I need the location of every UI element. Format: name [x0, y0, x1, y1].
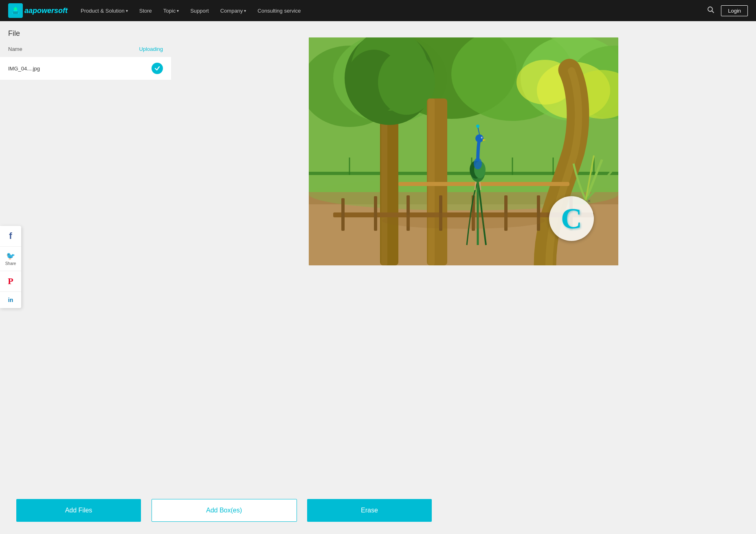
chevron-down-icon: ▾ — [177, 9, 179, 13]
svg-point-53 — [474, 158, 482, 169]
logo[interactable]: aapowersoft — [8, 3, 68, 18]
file-list: IMG_04....jpg — [0, 56, 171, 493]
svg-point-48 — [476, 125, 479, 128]
chevron-down-icon: ▾ — [126, 9, 128, 13]
twitter-icon: 🐦 — [6, 252, 15, 260]
facebook-icon: f — [9, 231, 12, 241]
file-status-check — [152, 63, 163, 74]
share-label: Share — [5, 261, 16, 266]
linkedin-share-button[interactable]: in — [0, 292, 21, 308]
left-panel: File Name Uploading IMG_04....jpg — [0, 21, 171, 534]
navbar-nav: Product & Solution ▾ Store Topic ▾ Suppo… — [76, 5, 705, 16]
svg-point-32 — [378, 50, 435, 115]
col-uploading-label: Uploading — [139, 46, 163, 52]
nav-store[interactable]: Store — [134, 5, 157, 16]
svg-point-56 — [382, 212, 545, 229]
pinterest-icon: P — [8, 276, 13, 287]
add-boxes-button[interactable]: Add Box(es) — [152, 499, 297, 522]
file-item[interactable]: IMG_04....jpg — [0, 57, 171, 80]
svg-rect-2 — [13, 11, 18, 14]
login-button[interactable]: Login — [721, 5, 748, 16]
sidebar-header: File — [0, 21, 171, 42]
facebook-share-button[interactable]: f — [0, 226, 21, 247]
page-body: File Name Uploading IMG_04....jpg — [0, 21, 756, 534]
linkedin-icon: in — [8, 297, 13, 303]
nav-topic[interactable]: Topic ▾ — [158, 5, 184, 16]
chevron-down-icon: ▾ — [244, 9, 246, 13]
nav-company[interactable]: Company ▾ — [215, 5, 251, 16]
logo-icon — [8, 3, 23, 18]
logo-text: aapowersoft — [24, 7, 68, 15]
svg-line-5 — [712, 11, 714, 13]
search-button[interactable] — [705, 4, 716, 17]
bottom-buttons: Add Files Add Box(es) Erase — [0, 491, 448, 534]
nav-support[interactable]: Support — [185, 5, 214, 16]
svg-rect-38 — [374, 196, 377, 231]
navbar-actions: Login — [705, 4, 748, 17]
add-files-button[interactable]: Add Files — [16, 499, 141, 522]
erase-button[interactable]: Erase — [307, 499, 432, 522]
check-icon — [154, 65, 160, 72]
sidebar-title: File — [8, 29, 163, 38]
svg-point-46 — [475, 134, 483, 142]
pinterest-share-button[interactable]: P — [0, 271, 21, 292]
navbar: aapowersoft Product & Solution ▾ Store T… — [0, 0, 756, 21]
col-name-label: Name — [8, 46, 22, 52]
watermark-overlay: × C — [549, 196, 594, 241]
main-image: × C — [309, 37, 618, 265]
svg-rect-43 — [537, 195, 540, 231]
svg-rect-37 — [341, 198, 345, 231]
search-icon — [707, 6, 714, 13]
nav-consulting[interactable]: Consulting service — [253, 5, 305, 16]
watermark-close-button[interactable]: × — [587, 198, 591, 204]
watermark-letter: C — [561, 204, 582, 233]
svg-line-55 — [480, 182, 481, 190]
twitter-share-button[interactable]: 🐦 Share — [0, 247, 21, 271]
image-container: × C — [309, 37, 618, 265]
nav-product-solution[interactable]: Product & Solution ▾ — [76, 5, 133, 16]
social-sidebar: f 🐦 Share P in — [0, 226, 21, 308]
svg-point-50 — [482, 137, 483, 138]
svg-point-3 — [14, 7, 17, 11]
file-list-header: Name Uploading — [0, 42, 171, 56]
file-name: IMG_04....jpg — [8, 66, 40, 72]
right-panel: × C — [171, 21, 756, 534]
svg-line-54 — [475, 182, 476, 190]
svg-rect-35 — [398, 182, 569, 186]
